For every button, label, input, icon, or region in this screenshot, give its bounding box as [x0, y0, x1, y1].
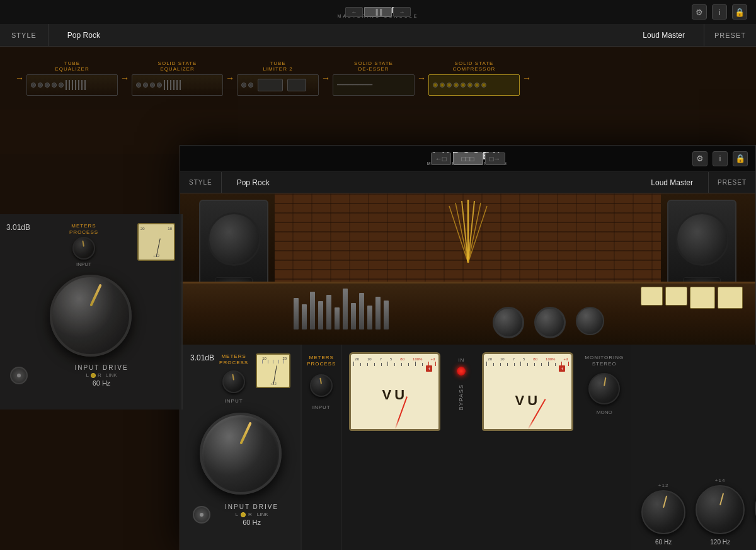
monitoring-knob[interactable]	[588, 373, 620, 404]
outer-preset-btn[interactable]: PRESET	[704, 24, 756, 46]
eq-120hz-freq: 120 Hz	[710, 539, 730, 546]
meters-section-label: METERS PROCESS	[307, 355, 336, 367]
outer-ui-background: ← ▐▐ → LURSSEN MASTERING CONSOLE ⚙ i 🔒 S…	[0, 0, 756, 154]
outer-lr-left: L	[86, 372, 88, 378]
header-controls: ⚙ i 🔒	[692, 151, 748, 166]
main-nav: STYLE Pop Rock Loud Master PRESET	[180, 172, 755, 193]
chain-unit-tube-lim[interactable]: TUBE LIMITER 2	[237, 60, 319, 96]
chain-unit-ss-deesser[interactable]: SOLID STATE DE-ESSER ━━━━━━━━━━━━━━	[333, 60, 415, 96]
outer-lr-right: R	[98, 372, 101, 378]
meters-input-label: INPUT	[312, 404, 331, 410]
db-value-display: 3.01dB	[190, 353, 214, 362]
bypass-column: IN BYPASS	[445, 352, 477, 410]
main-prev-btn[interactable]: ←□	[431, 152, 451, 165]
main-preset-btn[interactable]: PRESET	[709, 172, 755, 193]
input-drive-panel: 3.01dB METERS PROCESS INPUT 20 10 +12	[180, 345, 302, 550]
outer-gear-icon[interactable]: ⚙	[692, 4, 707, 20]
chain-arrow-2: →	[226, 73, 234, 83]
main-info-icon[interactable]: i	[713, 151, 728, 166]
outer-db-value: 3.01dB	[6, 223, 30, 232]
hz-display: 60 Hz	[243, 518, 261, 526]
chain-output-arrow: →	[522, 73, 531, 83]
chain-arrow-3: →	[321, 73, 330, 83]
eq-120hz-db: +14	[715, 478, 726, 483]
outer-input-label: INPUT	[76, 261, 91, 267]
plus12-label: +12	[270, 382, 277, 386]
bottom-controls: 3.01dB METERS PROCESS INPUT 20 10 +12	[180, 345, 755, 550]
studio-image	[180, 193, 755, 345]
left-input-panel: 3.01dB METERS PROCESS INPUT 20 10 +12 IN…	[0, 214, 183, 410]
in-red-light[interactable]	[457, 367, 466, 375]
main-transport: ←□ □□□ □→	[431, 152, 505, 165]
vu-meter-left: 20 10 7 5 80 100% +3	[349, 352, 440, 431]
main-play-btn[interactable]: □□□	[453, 152, 483, 165]
eq-knob-120hz: +14 120 Hz	[696, 478, 745, 546]
main-preset-value[interactable]: Loud Master	[636, 172, 709, 193]
mono-label: MONO	[597, 410, 612, 415]
main-gear-icon[interactable]: ⚙	[692, 151, 707, 166]
eq-knob-60hz: +12 60 Hz	[641, 483, 685, 546]
outer-preset-value[interactable]: Loud Master	[376, 24, 704, 46]
chain-unit-ss-comp[interactable]: SOLID STATE COMPRESSOR	[428, 60, 520, 96]
outer-small-meter: 20 10 +12	[137, 223, 175, 261]
main-style-value[interactable]: Pop Rock	[222, 172, 636, 193]
outer-prev-btn[interactable]: ←	[345, 7, 363, 17]
outer-next-btn[interactable]: →	[393, 7, 411, 17]
chain-arrow-4: →	[417, 73, 426, 83]
main-style-tab[interactable]: STYLE	[180, 172, 222, 193]
input-drive-label: INPUT DRIVE	[225, 503, 278, 510]
input-process-knob[interactable]	[222, 370, 245, 393]
link-label: LINK	[257, 512, 268, 517]
input-label: INPUT	[225, 398, 243, 404]
outer-hz-value: 60 Hz	[93, 379, 111, 387]
bypass-label[interactable]: BYPASS	[458, 384, 464, 410]
vu-right-label: VU	[515, 392, 541, 409]
outer-play-btn[interactable]: ▐▐	[364, 7, 392, 17]
lr-left-label: L	[236, 512, 238, 517]
outer-lr-dot[interactable]	[91, 373, 96, 378]
outer-nav-bar: STYLE Pop Rock Loud Master PRESET	[0, 24, 756, 47]
outer-lock-icon[interactable]: 🔒	[732, 4, 747, 20]
outer-style-value[interactable]: Pop Rock	[49, 24, 376, 46]
outer-turntable	[10, 367, 28, 384]
main-lock-icon[interactable]: 🔒	[733, 151, 748, 166]
vu-left-label: VU	[382, 386, 408, 403]
outer-signal-chain: → TUBE EQUALIZER → SOLID STATE EQU	[0, 47, 756, 110]
outer-input-knob[interactable]	[50, 275, 132, 357]
small-vu-meter: 20 10 +12	[256, 353, 290, 388]
outer-link-label: LINK	[106, 372, 117, 378]
monitoring-label: MONITORING STEREO	[585, 355, 624, 368]
lr-right-label: R	[248, 512, 252, 517]
meters-section: METERS PROCESS INPUT	[302, 345, 341, 550]
chain-unit-tube-eq[interactable]: TUBE EQUALIZER	[26, 60, 118, 96]
eq-60hz-knob[interactable]	[641, 490, 685, 534]
eq-60hz-freq: 60 Hz	[655, 539, 672, 546]
meters-process-section: METERS PROCESS INPUT	[219, 353, 248, 404]
outer-style-tab[interactable]: STYLE	[0, 24, 49, 46]
svg-line-1	[455, 203, 468, 263]
meters-process-area: 3.01dB METERS PROCESS INPUT 20 10 +12	[188, 353, 293, 404]
eq-section: +12 60 Hz +14 120 Hz +14 3 kHz	[631, 345, 756, 550]
input-drive-knob[interactable]	[200, 413, 282, 495]
in-label: IN	[458, 357, 464, 363]
input-bottom-row: INPUT DRIVE L R LINK 60 Hz	[188, 503, 293, 526]
main-ui-modal: ←□ □□□ □→ LURSSEN MASTERING CONSOLE ⚙ i …	[180, 145, 756, 550]
meters-process-label: METERS PROCESS	[219, 353, 248, 365]
svg-line-5	[468, 203, 481, 263]
outer-process-knob[interactable]	[72, 237, 95, 260]
eq-120hz-knob[interactable]	[696, 485, 745, 534]
outer-info-icon[interactable]: i	[712, 4, 727, 20]
outer-header: ← ▐▐ → LURSSEN MASTERING CONSOLE ⚙ i 🔒	[0, 0, 756, 24]
main-next-btn[interactable]: □→	[485, 152, 505, 165]
chain-input-arrow: →	[15, 73, 24, 83]
lr-dot[interactable]	[241, 512, 246, 517]
outer-transport: ← ▐▐ →	[345, 7, 411, 17]
eq-60hz-db: +12	[658, 483, 669, 488]
chain-arrow-1: →	[120, 73, 129, 83]
chain-unit-ss-eq[interactable]: SOLID STATE EQUALIZER	[132, 60, 223, 96]
meters-process-knob[interactable]	[310, 374, 333, 397]
main-header: ←□ □□□ □→ LURSSEN MASTERING CONSOLE ⚙ i …	[180, 146, 755, 172]
outer-meters-label: METERS PROCESS	[69, 223, 98, 235]
vu-meter-right: 20 10 7 5 80 100% +3	[482, 352, 573, 431]
vu-meters-area: 20 10 7 5 80 100% +3	[341, 345, 631, 550]
